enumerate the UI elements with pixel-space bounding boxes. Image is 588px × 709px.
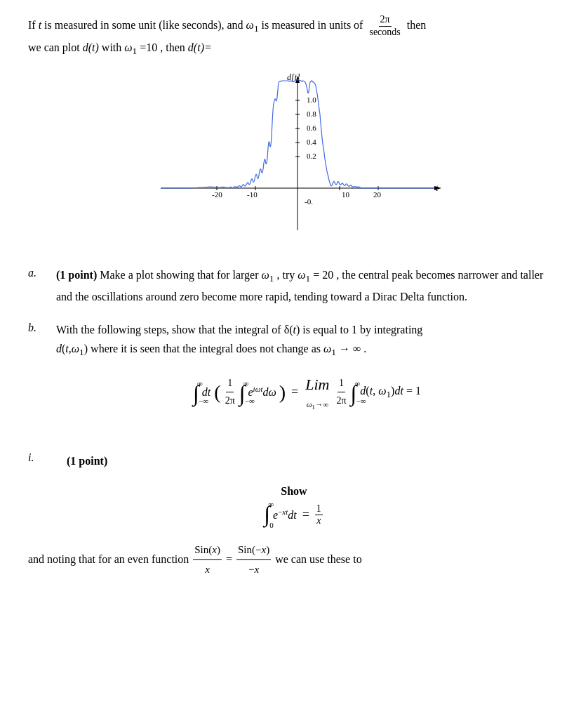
show-label: Show <box>281 485 307 497</box>
graph-container: 1.0 0.8 0.6 0.4 0.2 -0. -20 -10 10 20 d[… <box>28 69 560 251</box>
section-a-label: a. <box>28 265 56 279</box>
section-a-text: Make a plot showing that for larger ω1 ,… <box>56 269 543 303</box>
section-i: i. (1 point) <box>28 451 560 470</box>
graph-svg: 1.0 0.8 0.6 0.4 0.2 -0. -20 -10 10 20 d[… <box>147 69 441 251</box>
frac-1-2pi-2: 1 2π <box>335 375 348 409</box>
show-label-container: Show <box>28 485 560 498</box>
lim-block: Lim ω1→∞ <box>305 371 329 413</box>
section-i-point: (1 point) <box>67 455 107 467</box>
svg-text:-20: -20 <box>212 190 222 199</box>
svg-text:10: 10 <box>342 190 350 199</box>
intro-text3: is measured in units of <box>259 19 363 31</box>
intro-omega2: ω <box>124 41 132 53</box>
intro-then: then <box>407 19 427 31</box>
svg-text:-0.: -0. <box>305 197 313 206</box>
section-i-label: i. <box>28 451 67 464</box>
svg-text:d[t]: d[t] <box>287 72 300 82</box>
intro-omega: ω <box>246 19 254 31</box>
frac-denominator: seconds <box>368 27 401 39</box>
intro-text1: If <box>28 19 39 31</box>
svg-text:0.4: 0.4 <box>307 138 316 146</box>
int-show-equation: ∫ 0 ∞ e−xtdt = 1 x <box>28 503 560 526</box>
section-b: b. With the following steps, show that t… <box>28 320 560 423</box>
frac-1-2pi: 1 2π <box>224 375 236 409</box>
svg-text:1.0: 1.0 <box>307 95 316 104</box>
section-a: a. (1 point) Make a plot showing that fo… <box>28 265 560 306</box>
integral-equation: ∫ −∞ ∞ dt ( 1 2π ∫ −∞ ∞ eiωtdω ) <box>56 371 560 413</box>
svg-text:0.6: 0.6 <box>307 124 316 132</box>
intro-paragraph: If t is measured in some unit (like seco… <box>28 14 560 58</box>
section-b-text1: With the following steps, show that the … <box>56 324 422 336</box>
intro-sub1: 1 <box>254 23 259 34</box>
intro-text5: with <box>99 41 124 53</box>
svg-text:0.8: 0.8 <box>307 110 316 118</box>
fraction-2pi-over-seconds: 2π seconds <box>368 14 401 39</box>
section-b-content: With the following steps, show that the … <box>56 320 560 423</box>
svg-text:-10: -10 <box>247 190 258 199</box>
equals-sign: = <box>226 550 232 570</box>
intro-text6: =10 , then <box>137 41 188 53</box>
page-content: If t is measured in some unit (like seco… <box>28 14 560 579</box>
section-b-text2: d(t,ω1) where it is seen that the integr… <box>56 343 366 354</box>
section-a-point: (1 point) <box>56 269 97 281</box>
svg-text:20: 20 <box>373 190 382 199</box>
frac-1-x: 1 x <box>315 503 323 526</box>
section-b-label: b. <box>28 320 56 334</box>
we-can-text: we can use these to <box>275 550 362 570</box>
intro-text4: we can plot <box>28 41 83 53</box>
intro-dt: d(t) <box>83 41 99 53</box>
and-noting-text: and noting that for an even function <box>28 550 189 570</box>
frac-numerator: 2π <box>379 14 392 27</box>
svg-text:0.2: 0.2 <box>307 152 316 160</box>
and-noting-paragraph: and noting that for an even function Sin… <box>28 541 560 579</box>
section-a-content: (1 point) Make a plot showing that for l… <box>56 265 560 306</box>
intro-text2: is measured in some unit (like seconds),… <box>41 19 246 31</box>
intro-dt2: d(t)= <box>188 41 212 53</box>
section-i-content: (1 point) <box>67 451 560 470</box>
